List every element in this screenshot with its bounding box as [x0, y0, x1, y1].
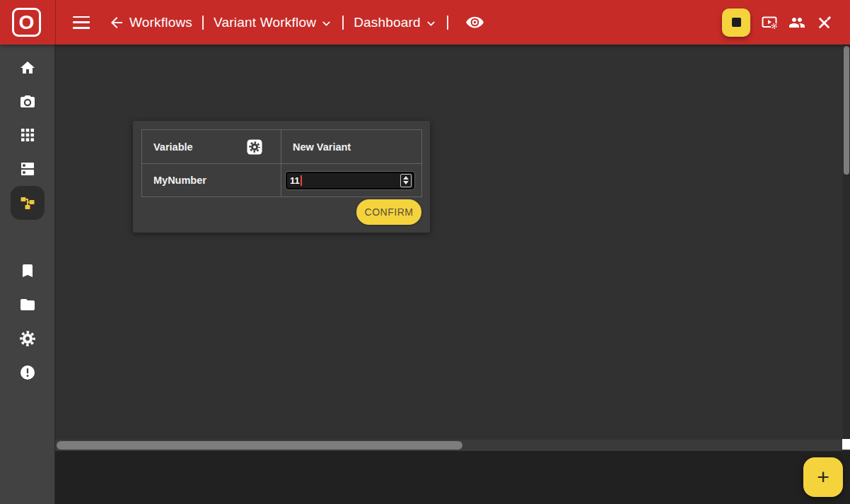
- nav-separator: [447, 16, 448, 30]
- chevron-down-icon: [320, 18, 332, 30]
- horizontal-scrollbar-thumb[interactable]: [57, 441, 462, 450]
- header-variable-label: Variable: [153, 141, 193, 153]
- dns-icon[interactable]: [19, 160, 36, 177]
- text-caret: [301, 175, 302, 186]
- people-icon[interactable]: [788, 14, 805, 31]
- number-input-value: 11: [290, 175, 300, 186]
- variable-value-cell: 11: [281, 164, 421, 197]
- sidebar-item-workflows-active[interactable]: [11, 186, 45, 220]
- confirm-button[interactable]: CONFIRM: [356, 199, 421, 225]
- chevron-down-icon: [425, 18, 437, 30]
- logo-letter: O: [19, 13, 35, 33]
- back-arrow-icon[interactable]: [108, 14, 125, 31]
- header-cell-variable: Variable: [142, 130, 281, 163]
- number-stepper[interactable]: [400, 174, 412, 187]
- dashboard-selector[interactable]: Dashboard: [354, 15, 437, 30]
- add-fab-button[interactable]: +: [803, 457, 843, 497]
- variables-table: Variable New Variant MyNumbe: [141, 129, 422, 197]
- variable-name-cell: MyNumber: [142, 164, 281, 197]
- topbar: O Workflows Variant Workflow Dashboard: [0, 0, 850, 45]
- table-row: MyNumber 11: [142, 163, 421, 197]
- nav-separator: [202, 16, 204, 30]
- sidebar: [0, 45, 55, 504]
- stop-button[interactable]: [722, 8, 750, 37]
- table-header-row: Variable New Variant: [142, 130, 421, 163]
- topbar-right-actions: [722, 0, 833, 45]
- new-variant-number-input[interactable]: 11: [286, 172, 414, 189]
- stop-icon: [732, 18, 741, 27]
- variant-panel: Variable New Variant MyNumbe: [133, 121, 430, 233]
- bottom-panel: +: [55, 451, 850, 504]
- workflow-schema-icon: [19, 194, 36, 211]
- nav-separator: [342, 16, 344, 30]
- vertical-scrollbar-track[interactable]: [843, 45, 850, 439]
- horizontal-scrollbar-track[interactable]: [55, 440, 842, 451]
- workflow-selector-label: Variant Workflow: [214, 15, 316, 30]
- variable-name: MyNumber: [153, 175, 206, 186]
- app-window: O Workflows Variant Workflow Dashboard: [0, 0, 850, 504]
- sidebar-divider: [54, 45, 55, 504]
- dashboard-canvas: Variable New Variant MyNumbe: [55, 45, 850, 440]
- hamburger-menu-icon[interactable]: [73, 16, 90, 29]
- app-logo: O: [12, 8, 41, 37]
- dashboard-selector-label: Dashboard: [354, 15, 421, 30]
- vertical-scrollbar-thumb[interactable]: [844, 46, 849, 175]
- scrollbar-corner: [842, 439, 850, 450]
- header-new-variant-label: New Variant: [293, 141, 351, 153]
- workflow-selector[interactable]: Variant Workflow: [214, 15, 332, 30]
- topbar-nav: Workflows Variant Workflow Dashboard: [55, 0, 484, 45]
- breadcrumb-workflows[interactable]: Workflows: [129, 15, 192, 30]
- apps-grid-icon[interactable]: [19, 127, 36, 143]
- variable-settings-icon[interactable]: [247, 139, 262, 155]
- header-cell-new-variant: New Variant: [281, 130, 421, 163]
- folder-icon[interactable]: [19, 296, 36, 313]
- settings-gear-icon[interactable]: [19, 330, 36, 347]
- logo-zone: O: [0, 0, 55, 45]
- bookmark-icon[interactable]: [19, 262, 36, 279]
- edit-off-icon[interactable]: [816, 14, 833, 31]
- visibility-eye-icon[interactable]: [465, 13, 484, 32]
- stepper-up-icon[interactable]: [403, 176, 409, 180]
- error-icon[interactable]: [19, 364, 36, 381]
- stepper-down-icon[interactable]: [403, 181, 409, 184]
- camera-icon[interactable]: [19, 93, 36, 110]
- video-settings-icon[interactable]: [761, 14, 778, 31]
- home-icon[interactable]: [19, 59, 36, 76]
